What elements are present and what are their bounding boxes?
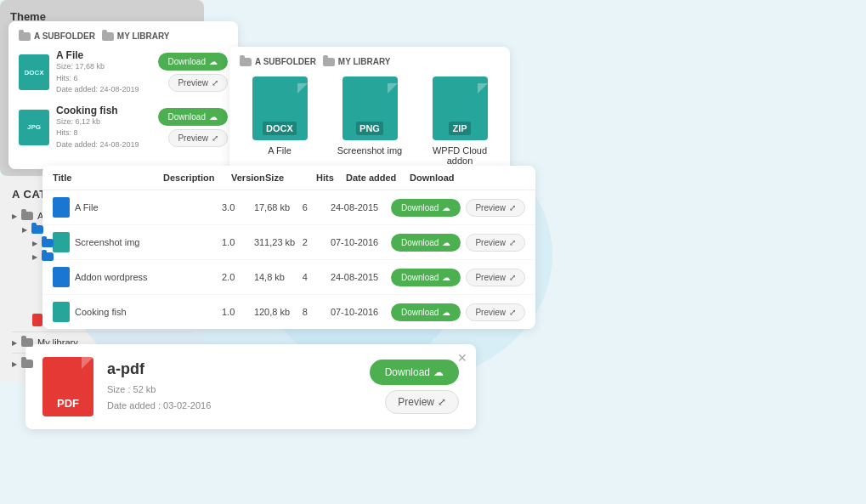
expand-icon-t3: ⤢ bbox=[509, 308, 516, 317]
folder-nav-label: A SUBFOLDER bbox=[34, 31, 95, 41]
col-header-size: Size bbox=[265, 173, 316, 183]
grid-file-name-0: A File bbox=[268, 145, 291, 156]
col-header-desc: Description bbox=[163, 173, 231, 183]
tree-folder-icon-images bbox=[21, 360, 33, 368]
tree-folder-icon-custom bbox=[42, 239, 54, 247]
table-cell-ver-2: 2.0 bbox=[222, 272, 254, 282]
table-cell-size-2: 14,8 kb bbox=[254, 272, 303, 282]
file-row-1: DOCX A File Size: 17,68 kb Hits: 6 Date … bbox=[19, 49, 228, 96]
card-table: Title Description Version Size Hits Date… bbox=[42, 166, 535, 329]
folder-nav-grid-label-2: MY LIBRARY bbox=[338, 57, 391, 66]
col-header-hits: Hits bbox=[316, 173, 346, 183]
table-cell-hits-3: 8 bbox=[303, 307, 331, 317]
grid-icon-zip: ZIP bbox=[433, 76, 488, 140]
tree-arrow-myfiles: ▶ bbox=[22, 226, 27, 234]
cloud-download-icon-2: ☁ bbox=[209, 112, 218, 122]
table-download-btn-1[interactable]: Download ☁ bbox=[391, 234, 461, 252]
folder-icon-2 bbox=[102, 32, 114, 41]
file-actions-2: Download ☁ Preview ⤢ bbox=[158, 108, 228, 147]
table-cell-size-1: 311,23 kb bbox=[254, 237, 303, 247]
file-icon-jpg-1: JPG bbox=[19, 110, 49, 145]
table-cell-title-3: Cooking fish bbox=[53, 302, 157, 322]
table-cell-hits-2: 4 bbox=[303, 272, 331, 282]
card-single: ✕ PDF a-pdf Size : 52 kb Date added : 03… bbox=[25, 344, 476, 429]
folder-nav-item-subfolder[interactable]: A SUBFOLDER bbox=[19, 31, 95, 41]
table-row-2: Addon wordpress 2.0 14,8 kb 4 24-08-2015… bbox=[42, 260, 535, 295]
close-button[interactable]: ✕ bbox=[457, 351, 467, 365]
table-cell-download-1: Download ☁ Preview ⤢ bbox=[391, 234, 525, 252]
table-download-btn-3[interactable]: Download ☁ bbox=[391, 303, 461, 321]
download-button-1[interactable]: Download ☁ bbox=[158, 53, 228, 71]
grid-file-zip[interactable]: ZIP WPFD Cloud addon bbox=[424, 76, 496, 166]
tree-folder-icon-mylibrary bbox=[21, 338, 33, 347]
file-actions-1: Download ☁ Preview ⤢ bbox=[158, 53, 228, 92]
download-button-2[interactable]: Download ☁ bbox=[158, 108, 228, 126]
table-cell-hits-1: 2 bbox=[303, 237, 331, 247]
table-cell-date-1: 07-10-2016 bbox=[331, 237, 391, 247]
grid-file-name-1: Screenshot img bbox=[337, 145, 402, 156]
single-download-button[interactable]: Download ☁ bbox=[370, 360, 459, 385]
col-header-date: Date added bbox=[346, 173, 410, 183]
single-preview-button[interactable]: Preview ⤢ bbox=[385, 390, 459, 414]
table-cell-ver-3: 1.0 bbox=[222, 307, 254, 317]
file-row-2: JPG Cooking fish Size: 6,12 kb Hits: 8 D… bbox=[19, 105, 228, 151]
folder-nav-grid-subfolder[interactable]: A SUBFOLDER bbox=[240, 57, 316, 66]
col-header-title: Title bbox=[53, 173, 163, 183]
folder-icon bbox=[19, 32, 31, 41]
table-cell-size-3: 120,8 kb bbox=[254, 307, 303, 317]
cloud-download-icon: ☁ bbox=[209, 57, 218, 66]
cloud-icon-t3: ☁ bbox=[442, 308, 450, 317]
preview-button-1[interactable]: Preview ⤢ bbox=[168, 74, 228, 92]
folder-nav-grid-library[interactable]: MY LIBRARY bbox=[323, 57, 391, 66]
cloud-icon-t0: ☁ bbox=[442, 203, 450, 212]
table-row-3: Cooking fish 1.0 120,8 kb 8 07-10-2016 D… bbox=[42, 295, 535, 329]
folder-nav-item-library[interactable]: MY LIBRARY bbox=[102, 31, 170, 41]
table-cell-date-2: 24-08-2015 bbox=[331, 272, 391, 282]
single-file-meta: Size : 52 kb Date added : 03-02-2016 bbox=[107, 382, 356, 413]
folder-nav-grid: A SUBFOLDER MY LIBRARY bbox=[240, 57, 500, 66]
cloud-download-icon-single: ☁ bbox=[433, 366, 444, 378]
table-preview-btn-1[interactable]: Preview ⤢ bbox=[466, 234, 525, 252]
single-file-name: a-pdf bbox=[107, 360, 356, 378]
table-cell-download-3: Download ☁ Preview ⤢ bbox=[391, 303, 525, 321]
tree-folder-icon-subfolder bbox=[21, 212, 33, 220]
table-file-icon-1 bbox=[53, 232, 70, 252]
table-cell-ver-1: 1.0 bbox=[222, 237, 254, 247]
col-header-download: Download bbox=[410, 173, 525, 183]
expand-icon-t0: ⤢ bbox=[509, 203, 516, 212]
grid-file-png[interactable]: PNG Screenshot img bbox=[334, 76, 406, 166]
folder-nav-small: A SUBFOLDER MY LIBRARY bbox=[19, 31, 228, 41]
cloud-icon-t2: ☁ bbox=[442, 273, 450, 282]
tree-arrow-newcat: ▶ bbox=[32, 253, 37, 261]
file-info-1: A File Size: 17,68 kb Hits: 6 Date added… bbox=[56, 49, 151, 96]
grid-file-docx[interactable]: DOCX A File bbox=[244, 76, 316, 166]
table-cell-download-0: Download ☁ Preview ⤢ bbox=[391, 199, 525, 217]
expand-icon-single: ⤢ bbox=[438, 396, 446, 408]
folder-nav-grid-label-1: A SUBFOLDER bbox=[255, 57, 316, 66]
table-preview-btn-2[interactable]: Preview ⤢ bbox=[466, 269, 525, 286]
file-name-1: A File bbox=[56, 49, 151, 61]
preview-button-2[interactable]: Preview ⤢ bbox=[168, 129, 228, 147]
tree-arrow-mylibrary: ▶ bbox=[12, 339, 17, 347]
file-meta-2: Size: 6,12 kb Hits: 8 Date added: 24-08-… bbox=[56, 116, 151, 151]
folder-icon-grid-2 bbox=[323, 58, 335, 66]
table-download-btn-0[interactable]: Download ☁ bbox=[391, 199, 461, 217]
tree-folder-icon-myfiles bbox=[31, 225, 43, 234]
tree-arrow-subfolder: ▶ bbox=[12, 212, 17, 220]
grid-file-name-2: WPFD Cloud addon bbox=[424, 145, 496, 166]
grid-files-container: DOCX A File PNG Screenshot img ZIP WPFD … bbox=[240, 76, 500, 166]
table-download-btn-2[interactable]: Download ☁ bbox=[391, 269, 461, 286]
expand-icon-t2: ⤢ bbox=[509, 273, 516, 282]
table-row-0: A File 3.0 17,68 kb 6 24-08-2015 Downloa… bbox=[42, 190, 535, 225]
table-preview-btn-3[interactable]: Preview ⤢ bbox=[466, 303, 525, 321]
card-list-small: A SUBFOLDER MY LIBRARY DOCX A File Size:… bbox=[8, 21, 238, 169]
expand-icon-2: ⤢ bbox=[212, 133, 218, 143]
table-preview-btn-0[interactable]: Preview ⤢ bbox=[466, 199, 525, 217]
expand-icon-1: ⤢ bbox=[212, 78, 218, 88]
folder-nav-label-2: MY LIBRARY bbox=[117, 31, 170, 41]
table-cell-date-0: 24-08-2015 bbox=[331, 202, 391, 212]
col-header-ver: Version bbox=[231, 173, 265, 183]
folder-icon-grid-1 bbox=[240, 58, 252, 66]
file-icon-docx-1: DOCX bbox=[19, 54, 49, 90]
table-cell-title-2: Addon wordpress bbox=[53, 267, 157, 287]
